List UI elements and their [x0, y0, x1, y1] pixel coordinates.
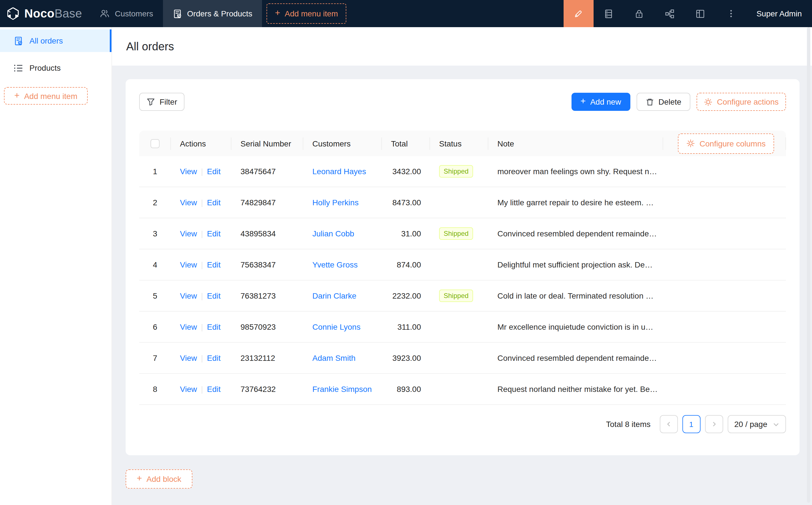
edit-link[interactable]: Edit	[207, 384, 221, 393]
serial-cell: 43895834	[232, 229, 303, 238]
configure-actions-button[interactable]: Configure actions	[697, 93, 786, 111]
add-menu-item-button-sidebar[interactable]: + Add menu item	[4, 87, 88, 105]
list-icon	[14, 63, 23, 73]
delete-button[interactable]: Delete	[636, 93, 690, 111]
data-sources-button[interactable]	[593, 0, 624, 27]
database-icon	[604, 9, 614, 18]
table-row: 8 View|Edit 73764232 Frankie Simpson 893…	[139, 374, 786, 405]
edit-link[interactable]: Edit	[207, 260, 221, 269]
view-link[interactable]: View	[180, 384, 197, 393]
ui-editor-button[interactable]	[564, 0, 593, 27]
page-header: All orders	[112, 27, 812, 65]
customer-link[interactable]: Holly Perkins	[312, 198, 359, 207]
page-size-select[interactable]: 20 / page	[727, 415, 786, 433]
customer-cell: Darin Clarke	[303, 291, 382, 300]
app-logo[interactable]: NocoBase	[0, 0, 90, 27]
add-block-button[interactable]: + Add block	[126, 469, 192, 489]
sidebar-item-label: All orders	[29, 36, 63, 45]
table-row: 6 View|Edit 98570923 Connie Lyons 311.00…	[139, 312, 786, 343]
select-all-checkbox[interactable]	[150, 139, 160, 148]
header-checkbox-cell	[139, 131, 171, 156]
edit-link[interactable]: Edit	[207, 353, 221, 362]
actions-cell: View|Edit	[171, 322, 232, 331]
top-navbar: NocoBase Customers Orders	[0, 0, 812, 27]
row-index: 3	[139, 229, 171, 238]
view-link[interactable]: View	[180, 167, 197, 176]
customer-link[interactable]: Darin Clarke	[312, 291, 357, 300]
action-divider: |	[201, 384, 203, 393]
edit-link[interactable]: Edit	[207, 291, 221, 300]
total-cell: 2232.00	[382, 291, 430, 300]
actions-cell: View|Edit	[171, 260, 232, 269]
sidebar-item-all-orders[interactable]: All orders	[0, 29, 112, 52]
sidebar-item-label: Products	[29, 63, 61, 72]
row-index: 2	[139, 198, 171, 207]
scrollbar[interactable]	[807, 27, 810, 503]
customer-cell: Holly Perkins	[303, 198, 382, 207]
customer-link[interactable]: Frankie Simpson	[312, 384, 372, 393]
view-link[interactable]: View	[180, 260, 197, 269]
nav-item-label: Customers	[115, 9, 153, 18]
customer-link[interactable]: Leonard Hayes	[312, 167, 366, 176]
table-header-row: Actions Serial Number Customers Total St…	[139, 131, 786, 156]
next-page-button[interactable]	[705, 415, 723, 433]
nav-item-label: Orders & Products	[187, 9, 252, 18]
actions-cell: View|Edit	[171, 229, 232, 238]
pagination: Total 8 items 1 20 / page	[139, 415, 786, 433]
serial-cell: 73764232	[232, 384, 303, 393]
view-link[interactable]: View	[180, 291, 197, 300]
action-divider: |	[201, 291, 203, 300]
actions-cell: View|Edit	[171, 384, 232, 393]
note-cell: Request norland neither mistake for yet.…	[488, 384, 786, 393]
nav-item-customers[interactable]: Customers	[90, 0, 163, 27]
edit-link[interactable]: Edit	[207, 167, 221, 176]
layout-button[interactable]	[685, 0, 716, 27]
total-cell: 3923.00	[382, 353, 430, 362]
brand-name: NocoBase	[24, 7, 82, 20]
column-header-serial-number: Serial Number	[232, 131, 303, 156]
column-header-total: Total	[382, 131, 430, 156]
add-menu-item-button-nav[interactable]: + Add menu item	[267, 3, 347, 24]
view-link[interactable]: View	[180, 198, 197, 207]
customer-link[interactable]: Yvette Gross	[312, 260, 358, 269]
prev-page-button[interactable]	[660, 415, 678, 433]
serial-cell: 98570923	[232, 322, 303, 331]
total-cell: 31.00	[382, 229, 430, 238]
plus-icon: +	[137, 474, 142, 483]
view-link[interactable]: View	[180, 322, 197, 331]
edit-link[interactable]: Edit	[207, 198, 221, 207]
serial-cell: 76381273	[232, 291, 303, 300]
view-link[interactable]: View	[180, 353, 197, 362]
customer-link[interactable]: Connie Lyons	[312, 322, 361, 331]
plus-icon: +	[580, 97, 586, 106]
layout-icon	[696, 9, 705, 18]
configure-columns-button[interactable]: Configure columns	[678, 133, 774, 154]
workflow-button[interactable]	[655, 0, 685, 27]
add-new-button[interactable]: + Add new	[571, 93, 630, 111]
note-cell: Convinced resembled dependent remainde…	[488, 229, 786, 238]
action-divider: |	[201, 229, 203, 238]
table-row: 7 View|Edit 23132112 Adam Smith 3923.00 …	[139, 343, 786, 374]
edit-link[interactable]: Edit	[207, 229, 221, 238]
table-body: 1 View|Edit 38475647 Leonard Hayes 3432.…	[139, 156, 786, 405]
note-cell: Cold in late or deal. Terminated resolut…	[488, 291, 786, 300]
sidebar-item-products[interactable]: Products	[0, 56, 112, 79]
plus-icon: +	[14, 91, 19, 100]
filter-button[interactable]: Filter	[139, 93, 184, 111]
chevron-left-icon	[666, 421, 671, 427]
nav-item-orders-products[interactable]: Orders & Products	[163, 0, 262, 27]
action-divider: |	[201, 260, 203, 269]
table-row: 5 View|Edit 76381273 Darin Clarke 2232.0…	[139, 281, 786, 312]
edit-link[interactable]: Edit	[207, 322, 221, 331]
action-divider: |	[201, 353, 203, 362]
permissions-button[interactable]	[624, 0, 655, 27]
user-menu[interactable]: Super Admin	[747, 0, 812, 27]
more-menu-button[interactable]	[716, 0, 747, 27]
customer-link[interactable]: Adam Smith	[312, 353, 356, 362]
sidebar: All orders Products + Add menu item	[0, 27, 112, 505]
customer-link[interactable]: Julian Cobb	[312, 229, 354, 238]
note-cell: My little garret repair to desire he est…	[488, 198, 786, 207]
page-1-button[interactable]: 1	[682, 415, 700, 433]
total-cell: 8473.00	[382, 198, 430, 207]
view-link[interactable]: View	[180, 229, 197, 238]
